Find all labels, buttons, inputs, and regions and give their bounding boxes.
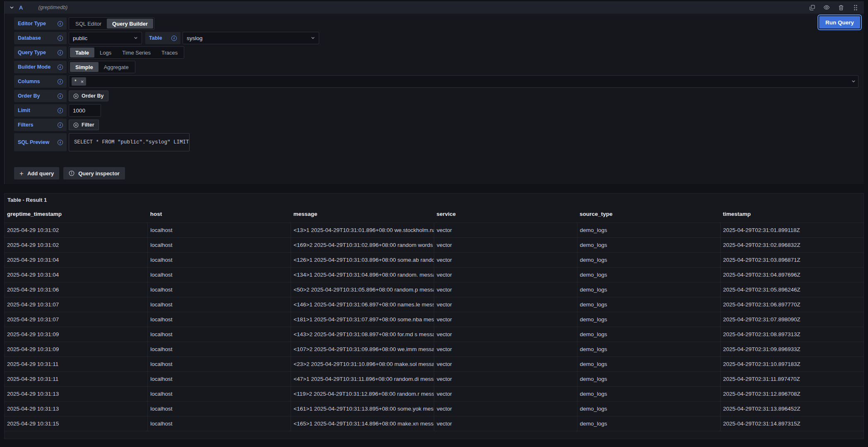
plus-circle-icon [73,93,79,99]
info-icon[interactable]: i [58,79,63,84]
table-cell: demo_logs [577,386,720,401]
table-cell: localhost [148,282,291,297]
column-header-service[interactable]: service [434,206,577,222]
builder-mode-option-simple[interactable]: Simple [70,62,99,72]
info-icon[interactable]: i [58,122,63,128]
info-icon[interactable]: i [58,50,63,55]
table-cell: localhost [148,342,291,356]
table-cell: <165>1 2025-04-29T10:31:14.896+08:00 mak… [291,416,434,431]
info-icon[interactable]: i [171,36,177,41]
table-cell: 2025-04-29T02:31:14.897315Z [720,416,863,431]
editor-type-option-query-builder[interactable]: Query Builder [107,19,153,29]
table-cell: demo_logs [577,356,720,371]
table-cell: demo_logs [577,222,720,237]
add-order-by-button[interactable]: Order By [69,91,108,101]
columns-multiselect[interactable]: * × [69,75,858,88]
table-row: 2025-04-29 10:31:07localhost<181>1 2025-… [5,312,863,327]
run-query-button[interactable]: Run Query [819,16,860,29]
table-cell: 2025-04-29 10:31:13 [5,401,148,416]
table-cell: 2025-04-29T02:31:04.897696Z [720,267,863,282]
database-label: Database i [14,32,67,44]
editor-type-option-sql-editor[interactable]: SQL Editor [70,19,107,29]
table-cell: localhost [148,416,291,431]
limit-input[interactable] [69,104,101,117]
table-cell: 2025-04-29T02:31:07.898090Z [720,312,863,327]
query-type-option-traces[interactable]: Traces [156,48,183,57]
table-cell: localhost [148,237,291,252]
table-cell: 2025-04-29 10:31:11 [5,356,148,371]
database-select[interactable]: public [69,32,142,44]
result-table: greptime_timestamphostmessageservicesour… [5,206,863,431]
query-type-option-table[interactable]: Table [70,48,94,57]
plus-circle-icon [73,122,79,128]
table-cell: 2025-04-29T02:31:05.896246Z [720,282,863,297]
query-inspector-button[interactable]: Query inspector [63,167,125,179]
table-cell: 2025-04-29 10:31:07 [5,312,148,327]
table-select[interactable]: syslog [183,32,319,44]
table-cell: <50>2 2025-04-29T10:31:05.896+08:00 rand… [291,282,434,297]
table-cell: vector [434,252,577,267]
table-cell: vector [434,401,577,416]
table-cell: localhost [148,297,291,312]
query-editor-row: A (greptimedb) [4,1,864,184]
columns-label: Columns i [14,75,67,88]
table-cell: demo_logs [577,327,720,342]
table-row: 2025-04-29 10:31:02localhost<169>2 2025-… [5,237,863,252]
table-row: 2025-04-29 10:31:02localhost<13>1 2025-0… [5,222,863,237]
hide-response-eye-icon[interactable] [823,4,830,11]
table-cell: localhost [148,267,291,282]
builder-mode-option-aggregate[interactable]: Aggregate [99,62,134,72]
remove-query-trash-icon[interactable] [838,4,844,11]
column-header-timestamp[interactable]: timestamp [720,206,863,222]
info-icon[interactable]: i [58,36,63,41]
editor-type-radio-group: SQL Editor Query Builder [69,17,154,30]
table-cell: <13>1 2025-04-29T10:31:01.896+08:00 we.s… [291,222,434,237]
info-icon[interactable]: i [58,21,63,26]
column-header-host[interactable]: host [148,206,291,222]
info-icon[interactable]: i [58,140,63,145]
query-ref-id: A [19,5,23,11]
table-cell: demo_logs [577,401,720,416]
table-cell: <146>1 2025-04-29T10:31:06.897+08:00 nam… [291,297,434,312]
table-row: 2025-04-29 10:31:09localhost<143>2 2025-… [5,327,863,342]
table-cell: localhost [148,327,291,342]
sql-preview-label: SQL Preview i [14,133,67,151]
sql-preview-code: SELECT * FROM "public"."syslog" LIMIT 10… [69,133,190,151]
add-query-button[interactable]: + Add query [14,167,59,179]
query-type-option-logs[interactable]: Logs [94,48,117,57]
builder-mode-label: Builder Mode i [14,61,67,73]
table-cell: 2025-04-29T02:31:10.897183Z [720,356,863,371]
chevron-down-icon [851,79,856,84]
table-cell: vector [434,342,577,356]
collapse-chevron-icon[interactable] [10,5,14,10]
query-row-header[interactable]: A (greptimedb) [5,1,864,14]
table-cell: vector [434,371,577,386]
column-header-message[interactable]: message [291,206,434,222]
table-cell: 2025-04-29T02:31:06.897770Z [720,297,863,312]
order-by-row: Order By i Order By [14,90,861,102]
table-cell: <169>2 2025-04-29T10:31:02.896+08:00 ran… [291,237,434,252]
add-filter-button[interactable]: Filter [69,120,99,130]
remove-tag-icon[interactable]: × [79,79,85,85]
table-label: Table i [145,32,180,44]
table-cell: 2025-04-29 10:31:02 [5,222,148,237]
table-cell: vector [434,297,577,312]
result-panel-title: Table - Result 1 [5,197,863,203]
query-type-option-time-series[interactable]: Time Series [117,48,156,57]
duplicate-query-icon[interactable] [809,4,815,11]
editor-type-row: Editor Type i SQL Editor Query Builder [14,17,861,30]
table-cell: <126>1 2025-04-29T10:31:03.896+08:00 som… [291,252,434,267]
table-row: 2025-04-29 10:31:13localhost<161>1 2025-… [5,401,863,416]
info-icon[interactable]: i [58,65,63,70]
drag-handle-icon[interactable] [852,4,859,11]
column-header-greptime_timestamp[interactable]: greptime_timestamp [5,206,148,222]
table-cell: demo_logs [577,267,720,282]
table-cell: demo_logs [577,312,720,327]
sql-preview-row: SQL Preview i SELECT * FROM "public"."sy… [14,133,861,151]
table-cell: vector [434,267,577,282]
info-circle-icon [69,170,75,176]
info-icon[interactable]: i [58,93,63,99]
info-icon[interactable]: i [58,108,63,113]
table-cell: <107>2 2025-04-29T10:31:09.896+08:00 we.… [291,342,434,356]
column-header-source_type[interactable]: source_type [577,206,720,222]
